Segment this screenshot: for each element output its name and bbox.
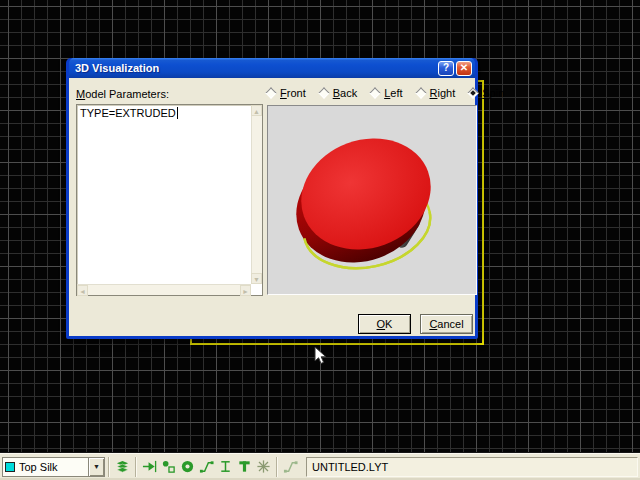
3d-model-render [268,106,476,294]
filename-text: UNTITLED.LYT [312,461,388,473]
radio-diamond-icon [265,87,276,98]
layer-selector[interactable]: Top Silk ▼ [2,457,105,477]
ok-button[interactable]: OK [358,314,411,334]
radio-front[interactable]: Front [266,87,306,99]
dialog-titlebar[interactable]: 3D Visualization ? ✕ [69,58,475,78]
pin-tool-icon[interactable] [159,457,178,477]
radio-left[interactable]: Left [370,87,402,99]
layer-color-swatch [5,462,15,472]
radio-back-label: Back [333,87,357,99]
text-tool-icon[interactable] [235,457,254,477]
radio-diamond-icon [370,87,381,98]
close-button[interactable]: ✕ [456,61,472,76]
radio-right-label: Right [430,87,456,99]
scroll-left-icon[interactable]: ◄ [77,285,88,296]
horizontal-scrollbar[interactable]: ◄ ► [77,284,251,295]
toolbar-separator [135,457,137,477]
statusbar: Top Silk ▼ [0,452,640,480]
reconnect-tool-icon[interactable] [281,457,300,477]
radio-front-label: Front [280,87,306,99]
scroll-down-icon[interactable]: ▼ [251,273,262,284]
route-tool-icon[interactable] [197,457,216,477]
help-button[interactable]: ? [438,61,454,76]
dropdown-arrow-icon[interactable]: ▼ [88,458,104,476]
radio-left-label: Left [384,87,402,99]
layers-stack-icon[interactable] [113,457,132,477]
filename-field: UNTITLED.LYT [306,457,638,477]
cancel-button[interactable]: Cancel [420,314,473,334]
toolbar-separator [276,457,278,477]
model-parameters-editor[interactable]: TYPE=EXTRUDED ▲ ▼ ◄ ► [76,104,263,296]
toolbar-separator [108,457,110,477]
layer-selector-value: Top Silk [19,461,88,473]
dimension-tool-icon[interactable] [216,457,235,477]
radio-spin-label: Spin [482,87,504,99]
view-radio-group: Front Back Left Right Spin [266,87,504,99]
radio-diamond-icon [415,87,426,98]
3d-visualization-dialog: 3D Visualization ? ✕ Model Parameters: F… [66,58,478,339]
radio-back[interactable]: Back [319,87,357,99]
component-place-icon[interactable] [140,457,159,477]
editor-text: TYPE=EXTRUDED [80,107,176,119]
mouse-cursor [314,346,327,365]
dialog-body: Model Parameters: Front Back Left Right [69,78,475,336]
dialog-title: 3D Visualization [75,62,436,74]
pcb-canvas[interactable]: 3D Visualization ? ✕ Model Parameters: F… [0,0,640,480]
radio-spin[interactable]: Spin [468,87,504,99]
radio-diamond-icon [468,87,479,98]
scroll-up-icon[interactable]: ▲ [251,105,262,116]
close-icon: ✕ [460,63,468,73]
radio-right[interactable]: Right [416,87,456,99]
via-tool-icon[interactable] [178,457,197,477]
scroll-right-icon[interactable]: ► [240,285,251,296]
model-parameters-label: Model Parameters: [76,88,169,100]
text-caret [177,107,178,119]
vertical-scrollbar[interactable]: ▲ ▼ [251,105,262,284]
help-icon: ? [443,63,449,73]
radio-diamond-icon [318,87,329,98]
error-marker-icon[interactable] [254,457,273,477]
3d-preview-viewport[interactable] [267,105,477,295]
